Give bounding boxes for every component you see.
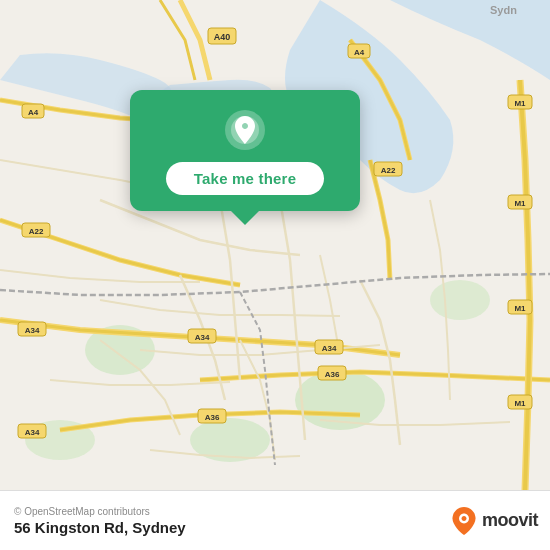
svg-text:M1: M1: [514, 399, 526, 408]
svg-text:A36: A36: [205, 413, 220, 422]
svg-text:A34: A34: [25, 428, 40, 437]
svg-text:A22: A22: [29, 227, 44, 236]
map-svg: A40 A4 A4 A22 A22 A34 A34 A34 A34 A36 A3…: [0, 0, 550, 490]
address-section: © OpenStreetMap contributors 56 Kingston…: [14, 506, 186, 536]
moovit-logo: moovit: [450, 507, 538, 535]
take-me-there-button[interactable]: Take me there: [166, 162, 324, 195]
bottom-bar: © OpenStreetMap contributors 56 Kingston…: [0, 490, 550, 550]
address-text: 56 Kingston Rd, Sydney: [14, 519, 186, 536]
openstreetmap-credit: © OpenStreetMap contributors: [14, 506, 186, 517]
popup-card: Take me there: [130, 90, 360, 211]
svg-text:A22: A22: [381, 166, 396, 175]
svg-text:A34: A34: [322, 344, 337, 353]
svg-text:M1: M1: [514, 99, 526, 108]
location-pin-icon: [223, 108, 267, 152]
svg-text:A4: A4: [354, 48, 365, 57]
svg-text:M1: M1: [514, 199, 526, 208]
svg-text:A4: A4: [28, 108, 39, 117]
svg-text:A36: A36: [325, 370, 340, 379]
svg-text:A40: A40: [214, 32, 231, 42]
map-container[interactable]: A40 A4 A4 A22 A22 A34 A34 A34 A34 A36 A3…: [0, 0, 550, 490]
svg-text:M1: M1: [514, 304, 526, 313]
svg-point-3: [430, 280, 490, 320]
svg-text:Sydn: Sydn: [490, 4, 517, 16]
moovit-pin-icon: [450, 507, 478, 535]
moovit-wordmark: moovit: [482, 510, 538, 531]
svg-text:A34: A34: [195, 333, 210, 342]
svg-text:A34: A34: [25, 326, 40, 335]
